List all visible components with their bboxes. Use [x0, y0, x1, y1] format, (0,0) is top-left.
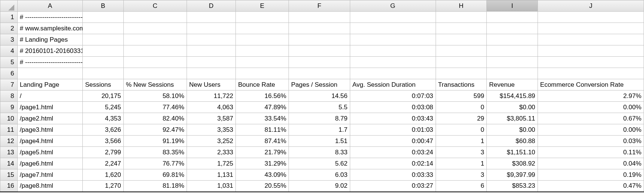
cell-C5[interactable]	[123, 57, 187, 68]
cell-E6[interactable]	[235, 68, 289, 79]
cell-A12[interactable]: /page4.html	[17, 136, 83, 147]
cell-D11[interactable]: 3,353	[187, 124, 235, 136]
cell-J3[interactable]	[538, 34, 644, 45]
cell-J13[interactable]: 0.11%	[538, 147, 644, 158]
cell-G5[interactable]	[350, 57, 436, 68]
cell-E14[interactable]: 31.29%	[235, 158, 289, 169]
row-header-6[interactable]: 6	[0, 68, 18, 79]
row-header-8[interactable]: 8	[0, 90, 18, 102]
cell-A3[interactable]: # Landing Pages	[17, 34, 83, 45]
cell-H15[interactable]: 3	[436, 169, 487, 181]
cell-C13[interactable]: 83.35%	[123, 147, 187, 158]
cell-F1[interactable]	[289, 12, 350, 23]
row-header-11[interactable]: 11	[0, 124, 18, 136]
cell-F13[interactable]: 8.33	[289, 147, 350, 158]
cell-B2[interactable]	[83, 23, 123, 34]
cell-I11[interactable]: $0.00	[487, 124, 538, 136]
cell-B5[interactable]	[83, 57, 123, 68]
cell-H2[interactable]	[436, 23, 487, 34]
cell-H10[interactable]: 29	[436, 113, 487, 124]
cell-C1[interactable]	[123, 12, 187, 23]
cell-I4[interactable]	[487, 45, 538, 57]
cell-E2[interactable]	[235, 23, 289, 34]
column-header-B[interactable]: B	[83, 0, 123, 12]
cell-E5[interactable]	[235, 57, 289, 68]
cell-G8[interactable]: 0:07:03	[350, 90, 436, 102]
cell-A7[interactable]: Landing Page	[17, 79, 83, 90]
cell-C12[interactable]: 91.19%	[123, 136, 187, 147]
column-header-I[interactable]: I	[487, 0, 538, 12]
cell-B11[interactable]: 3,626	[83, 124, 123, 136]
column-header-J[interactable]: J	[538, 0, 644, 12]
cell-D8[interactable]: 11,722	[187, 90, 235, 102]
cell-D9[interactable]: 4,063	[187, 102, 235, 113]
cell-G10[interactable]: 0:03:43	[350, 113, 436, 124]
spreadsheet-grid[interactable]: ABCDEFGHIJ 1# --------------------------…	[0, 0, 644, 192]
cell-A4[interactable]: # 20160101-20160331	[17, 45, 83, 57]
cell-H11[interactable]: 0	[436, 124, 487, 136]
column-header-C[interactable]: C	[123, 0, 187, 12]
cell-F16[interactable]: 9.02	[289, 181, 350, 192]
cell-A16[interactable]: /page8.html	[17, 181, 83, 192]
cell-J7[interactable]: Ecommerce Conversion Rate	[538, 79, 644, 90]
cell-E1[interactable]	[235, 12, 289, 23]
cell-B14[interactable]: 2,247	[83, 158, 123, 169]
cell-H1[interactable]	[436, 12, 487, 23]
cell-H5[interactable]	[436, 57, 487, 68]
cell-D4[interactable]	[187, 45, 235, 57]
cell-A13[interactable]: /page5.html	[17, 147, 83, 158]
cell-H12[interactable]: 1	[436, 136, 487, 147]
cell-H7[interactable]: Transactions	[436, 79, 487, 90]
cell-B12[interactable]: 3,566	[83, 136, 123, 147]
cell-B1[interactable]	[83, 12, 123, 23]
cell-D5[interactable]	[187, 57, 235, 68]
cell-A10[interactable]: /page2.html	[17, 113, 83, 124]
cell-J4[interactable]	[538, 45, 644, 57]
cell-C8[interactable]: 58.10%	[123, 90, 187, 102]
cell-F12[interactable]: 1.51	[289, 136, 350, 147]
cell-F3[interactable]	[289, 34, 350, 45]
select-all-corner[interactable]	[0, 0, 18, 12]
cell-A15[interactable]: /page7.html	[17, 169, 83, 181]
cell-J12[interactable]: 0.03%	[538, 136, 644, 147]
cell-B4[interactable]	[83, 45, 123, 57]
cell-E8[interactable]: 16.56%	[235, 90, 289, 102]
cell-F4[interactable]	[289, 45, 350, 57]
cell-C3[interactable]	[123, 34, 187, 45]
cell-I5[interactable]	[487, 57, 538, 68]
cell-D1[interactable]	[187, 12, 235, 23]
cell-I7[interactable]: Revenue	[487, 79, 538, 90]
cell-I14[interactable]: $308.92	[487, 158, 538, 169]
cell-I3[interactable]	[487, 34, 538, 45]
row-header-1[interactable]: 1	[0, 12, 18, 23]
cell-F8[interactable]: 14.56	[289, 90, 350, 102]
cell-B6[interactable]	[83, 68, 123, 79]
cell-I2[interactable]	[487, 23, 538, 34]
cell-F2[interactable]	[289, 23, 350, 34]
cell-A14[interactable]: /page6.html	[17, 158, 83, 169]
cell-F6[interactable]	[289, 68, 350, 79]
cell-A8[interactable]: /	[17, 90, 83, 102]
cell-G1[interactable]	[350, 12, 436, 23]
cell-H8[interactable]: 599	[436, 90, 487, 102]
cell-I12[interactable]: $60.88	[487, 136, 538, 147]
cell-A9[interactable]: /page1.html	[17, 102, 83, 113]
cell-C9[interactable]: 77.46%	[123, 102, 187, 113]
cell-I10[interactable]: $3,805.11	[487, 113, 538, 124]
cell-A1[interactable]: # --------------------------------------…	[17, 12, 83, 23]
cell-D2[interactable]	[187, 23, 235, 34]
row-header-15[interactable]: 15	[0, 169, 18, 181]
cell-F9[interactable]: 5.5	[289, 102, 350, 113]
row-header-14[interactable]: 14	[0, 158, 18, 169]
cell-G14[interactable]: 0:02:14	[350, 158, 436, 169]
cell-G13[interactable]: 0:03:24	[350, 147, 436, 158]
cell-D12[interactable]: 3,252	[187, 136, 235, 147]
cell-J10[interactable]: 0.67%	[538, 113, 644, 124]
cell-I9[interactable]: $0.00	[487, 102, 538, 113]
row-header-5[interactable]: 5	[0, 57, 18, 68]
cell-H9[interactable]: 0	[436, 102, 487, 113]
cell-J5[interactable]	[538, 57, 644, 68]
cell-A5[interactable]: # --------------------------------------…	[17, 57, 83, 68]
cell-J6[interactable]	[538, 68, 644, 79]
cell-J9[interactable]: 0.00%	[538, 102, 644, 113]
